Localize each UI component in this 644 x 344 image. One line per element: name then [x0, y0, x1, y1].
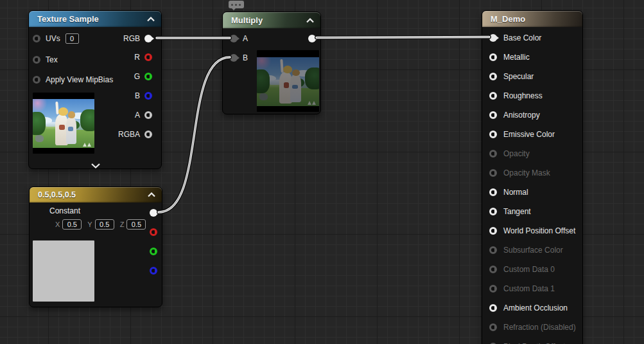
preview-scene — [33, 99, 94, 148]
output-label: R — [134, 53, 140, 62]
output-pin-value[interactable] — [150, 209, 157, 217]
preview-tree-right — [80, 109, 94, 131]
material-pin-ambient-occlusion[interactable] — [489, 304, 497, 312]
chevron-up-icon[interactable] — [306, 18, 314, 23]
input-pin-uvs[interactable] — [33, 35, 40, 42]
output-pin-g[interactable] — [150, 248, 157, 255]
material-pin-label: Metallic — [503, 53, 530, 62]
wire-constant-to-multiply-b[interactable] — [159, 57, 230, 212]
input-pin-apply-view-mipbias[interactable] — [33, 76, 40, 84]
input-label: Tex — [46, 55, 58, 64]
expression-type-label: Constant — [49, 206, 80, 215]
material-pin-specular[interactable] — [489, 73, 497, 80]
material-pin-anisotropy[interactable] — [489, 111, 497, 119]
z-value-box[interactable]: 0.5 — [126, 219, 146, 230]
node-texture-sample[interactable]: Texture Sample UVs 0 Tex Apply View MipB… — [28, 10, 162, 169]
output-label: RGB — [123, 34, 140, 43]
output-pin-g[interactable] — [144, 73, 152, 80]
material-pin-label: Emissive Color — [503, 130, 555, 139]
material-header[interactable]: M_Demo — [482, 11, 582, 27]
node-title: 0.5,0.5,0.5 — [38, 190, 148, 199]
preview-character-2-hair — [68, 111, 76, 118]
input-label: B — [243, 53, 248, 62]
chevron-down-icon[interactable] — [91, 159, 101, 171]
output-pin-a[interactable] — [144, 111, 152, 119]
material-pin-label: Tangent — [503, 207, 531, 216]
node-material-result[interactable]: M_Demo Base Color Metallic Specular Roug… — [482, 10, 583, 344]
constant-preview-thumbnail — [33, 240, 94, 302]
preview-scene — [257, 57, 319, 106]
material-pin-label: Base Color — [503, 33, 541, 42]
x-value-box[interactable]: 0.5 — [62, 219, 82, 230]
uvs-value-box[interactable]: 0 — [65, 33, 79, 44]
axis-label-x: X — [55, 221, 60, 228]
material-pin-label: Anisotropy — [503, 111, 540, 120]
material-pin-tangent[interactable] — [489, 208, 497, 215]
texture-sample-header[interactable]: Texture Sample — [29, 11, 161, 27]
comment-bubble-icon[interactable] — [229, 1, 244, 8]
material-pin-label: Custom Data 1 — [503, 284, 555, 293]
material-pin-label: Subsurface Color — [503, 246, 563, 255]
preview-pink-glow — [33, 99, 48, 112]
material-pin-label: Ambient Occlusion — [503, 303, 568, 312]
input-pin-tex[interactable] — [33, 56, 40, 64]
output-pin-b[interactable] — [150, 267, 157, 275]
output-pin-result[interactable] — [308, 35, 316, 42]
comment-dots — [231, 4, 233, 6]
material-pin-opacity — [489, 150, 497, 158]
material-pin-subsurface-color — [489, 246, 497, 254]
material-pin-emissive-color[interactable] — [489, 131, 497, 138]
preview-character-1-sash — [59, 125, 65, 130]
output-label: G — [134, 72, 140, 81]
material-graph-canvas[interactable]: Texture Sample UVs 0 Tex Apply View MipB… — [0, 0, 644, 344]
output-label: A — [135, 111, 140, 120]
output-pin-rgba[interactable] — [144, 131, 152, 138]
chevron-up-icon[interactable] — [148, 192, 155, 197]
preview-darken-overlay — [257, 57, 319, 106]
output-label: B — [135, 91, 140, 100]
wire-multiply-to-base-color[interactable] — [317, 37, 489, 38]
material-pin-refraction — [489, 323, 497, 331]
material-pin-label: Refraction (Disabled) — [503, 323, 576, 332]
preview-character-1-hair — [58, 107, 67, 116]
node-multiply[interactable]: Multiply A B — [222, 12, 321, 114]
node-title: M_Demo — [491, 14, 576, 24]
material-pin-custom-data-0 — [489, 266, 497, 273]
output-pin-r[interactable] — [144, 53, 152, 61]
multiply-header[interactable]: Multiply — [223, 12, 320, 28]
preview-tree-left — [33, 112, 46, 135]
output-pin-rgb[interactable] — [144, 35, 152, 42]
material-pin-opacity-mask — [489, 169, 497, 177]
y-value-box[interactable]: 0.5 — [95, 219, 114, 230]
output-label: RGBA — [118, 130, 140, 139]
input-label: Apply View MipBias — [46, 75, 113, 84]
material-pin-normal[interactable] — [489, 188, 497, 196]
material-pin-label: Opacity Mask — [503, 168, 550, 177]
material-pin-custom-data-1 — [489, 285, 497, 293]
input-label: A — [243, 34, 248, 43]
watermark — [83, 141, 92, 146]
input-label: UVs — [46, 34, 60, 43]
constant-value-fields: X 0.5 Y 0.5 Z 0.5 — [55, 219, 146, 230]
node-title: Multiply — [231, 15, 306, 25]
material-pin-label: Custom Data 0 — [503, 265, 555, 274]
material-pin-label: Opacity — [503, 149, 530, 158]
material-pin-label: Specular — [503, 72, 534, 81]
chevron-up-icon[interactable] — [147, 17, 155, 22]
output-pin-r[interactable] — [150, 228, 157, 236]
node-constant[interactable]: 0.5,0.5,0.5 Constant X 0.5 Y 0.5 Z 0.5 — [29, 186, 162, 307]
node-title: Texture Sample — [37, 14, 147, 24]
preview-character-2-belt — [68, 127, 74, 131]
axis-label-z: Z — [120, 221, 125, 228]
output-pin-b[interactable] — [144, 92, 152, 100]
material-pin-label: World Position Offset — [503, 226, 575, 235]
material-pin-roughness[interactable] — [489, 92, 497, 100]
material-pin-label: Roughness — [503, 91, 543, 100]
material-pin-label: Normal — [503, 188, 528, 197]
material-pin-world-position-offset[interactable] — [489, 227, 497, 235]
axis-label-y: Y — [87, 221, 92, 228]
texture-preview-thumbnail — [33, 93, 94, 154]
constant-header[interactable]: 0.5,0.5,0.5 — [30, 187, 162, 203]
multiply-preview-thumbnail — [257, 50, 319, 112]
material-pin-metallic[interactable] — [489, 53, 497, 61]
